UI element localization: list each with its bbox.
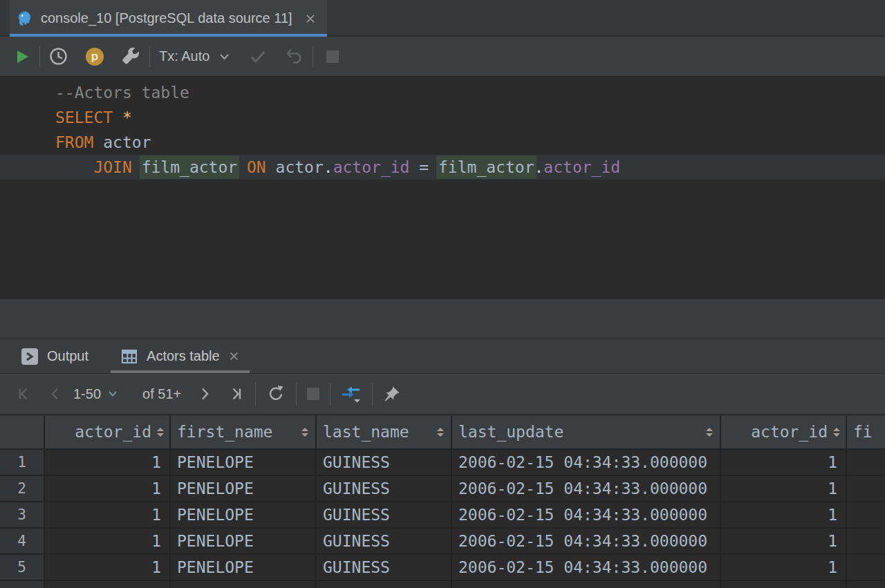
table-row[interactable]: 21PENELOPEGUINESS2006-02-15 04:34:33.000… [0, 476, 885, 502]
run-icon[interactable] [14, 48, 30, 65]
table-cell[interactable]: 1 [721, 555, 847, 580]
close-icon[interactable] [228, 350, 240, 362]
table-cell[interactable] [847, 502, 885, 527]
table-cell[interactable]: 1 [721, 450, 847, 475]
table-cell[interactable] [721, 581, 847, 588]
tab-actors-table[interactable]: Actors table [111, 339, 250, 373]
table-cell[interactable] [847, 450, 885, 475]
parameters-icon[interactable]: p [86, 48, 104, 66]
table-cell[interactable] [847, 476, 885, 501]
table-row[interactable]: 41PENELOPEGUINESS2006-02-15 04:34:33.000… [0, 529, 885, 555]
row-number-gutter-header[interactable] [0, 415, 45, 448]
table-row[interactable] [0, 581, 885, 588]
table-cell[interactable]: PENELOPE [171, 529, 317, 553]
rollback-undo-icon[interactable] [285, 47, 304, 66]
table-cell[interactable]: 2006-02-15 04:34:33.000000 [452, 450, 721, 475]
refresh-icon[interactable] [266, 384, 286, 404]
column-header-label: actor_id [751, 423, 828, 441]
toolbar-separator [313, 46, 313, 67]
column-header[interactable]: fi [847, 415, 885, 448]
table-cell[interactable]: PENELOPE [171, 476, 317, 501]
chevron-down-icon [108, 390, 118, 397]
table-cell[interactable]: PENELOPE [171, 555, 317, 580]
sql-token: . [534, 158, 544, 176]
sql-editor[interactable]: --Actors tableSELECT *FROM actor JOIN fi… [0, 76, 885, 299]
code-line[interactable]: SELECT * [0, 105, 885, 130]
pin-icon[interactable] [383, 385, 401, 403]
row-number[interactable] [0, 581, 45, 588]
table-cell[interactable]: 2006-02-15 04:34:33.000000 [452, 502, 721, 527]
toolbar-separator [39, 46, 40, 67]
page-size-dropdown[interactable]: 1-50 [73, 386, 118, 402]
table-cell[interactable]: GUINESS [317, 450, 452, 475]
editor-results-splitter[interactable] [0, 299, 885, 339]
history-icon[interactable] [49, 47, 68, 66]
column-header[interactable]: actor_id [45, 415, 171, 448]
table-cell[interactable]: 1 [721, 529, 847, 553]
table-cell[interactable]: 1 [45, 476, 171, 501]
settings-wrench-icon[interactable] [122, 47, 140, 66]
sort-icon[interactable] [437, 428, 444, 437]
table-cell[interactable]: PENELOPE [171, 502, 317, 527]
table-cell[interactable]: GUINESS [317, 529, 452, 553]
close-icon[interactable] [305, 13, 316, 24]
row-number[interactable]: 2 [0, 476, 45, 501]
sql-token: ON [247, 158, 266, 176]
row-number[interactable]: 3 [0, 502, 45, 527]
first-page-icon[interactable] [15, 386, 32, 402]
table-cell[interactable] [45, 581, 171, 588]
stop-icon[interactable] [326, 50, 339, 63]
column-header-label: first_name [177, 423, 272, 441]
table-cell[interactable]: GUINESS [317, 555, 452, 580]
column-header[interactable]: last_name [317, 415, 452, 448]
row-number[interactable]: 5 [0, 555, 45, 580]
sort-icon[interactable] [833, 428, 840, 437]
table-row[interactable]: 31PENELOPEGUINESS2006-02-15 04:34:33.000… [0, 502, 885, 529]
column-header[interactable]: first_name [171, 415, 317, 448]
sort-icon[interactable] [157, 428, 164, 437]
sql-token [113, 108, 122, 126]
column-header[interactable]: actor_id [721, 415, 847, 448]
table-cell[interactable]: 1 [721, 502, 847, 527]
table-cell[interactable] [847, 529, 885, 553]
table-cell[interactable] [317, 581, 452, 588]
sql-token: --Actors table [55, 84, 189, 102]
table-cell[interactable]: 1 [45, 529, 171, 553]
table-cell[interactable]: PENELOPE [171, 450, 317, 475]
table-cell[interactable] [171, 581, 317, 588]
row-number[interactable]: 1 [0, 450, 45, 475]
table-cell[interactable]: 2006-02-15 04:34:33.000000 [452, 476, 721, 501]
table-cell[interactable]: 2006-02-15 04:34:33.000000 [452, 529, 721, 553]
next-page-icon[interactable] [196, 386, 213, 402]
table-cell[interactable]: 1 [45, 450, 171, 475]
table-row[interactable]: 11PENELOPEGUINESS2006-02-15 04:34:33.000… [0, 450, 885, 476]
column-header[interactable]: last_update [452, 415, 721, 448]
tx-mode-dropdown[interactable]: Tx: Auto [159, 48, 230, 64]
previous-page-icon[interactable] [47, 386, 64, 402]
table-cell[interactable]: 1 [721, 476, 847, 501]
compare-data-icon[interactable] [341, 384, 362, 404]
parameters-badge: p [86, 48, 104, 66]
table-cell[interactable]: 1 [45, 502, 171, 527]
sql-token: . [324, 158, 333, 176]
code-line[interactable]: FROM actor [0, 130, 885, 155]
sort-icon[interactable] [706, 428, 713, 437]
stop-icon[interactable] [307, 388, 319, 400]
sort-icon[interactable] [301, 428, 308, 437]
last-page-icon[interactable] [228, 386, 245, 402]
table-row[interactable]: 51PENELOPEGUINESS2006-02-15 04:34:33.000… [0, 555, 885, 581]
tab-output[interactable]: Output [11, 339, 98, 373]
table-cell[interactable] [847, 581, 885, 588]
grid-toolbar: 1-50 of 51+ [0, 374, 885, 415]
table-cell[interactable]: GUINESS [317, 502, 452, 527]
table-cell[interactable]: 1 [45, 555, 171, 580]
row-number[interactable]: 4 [0, 529, 45, 553]
table-cell[interactable]: 2006-02-15 04:34:33.000000 [452, 555, 721, 580]
table-cell[interactable]: GUINESS [317, 476, 452, 501]
table-cell[interactable] [452, 581, 721, 588]
code-line[interactable]: --Actors table [0, 80, 885, 105]
code-line[interactable]: JOIN film_actor ON actor.actor_id = film… [0, 155, 885, 180]
editor-tab-console[interactable]: console_10 [PostgreSQL data source 11] [10, 0, 327, 37]
commit-check-icon[interactable] [249, 48, 267, 66]
table-cell[interactable] [847, 555, 885, 580]
